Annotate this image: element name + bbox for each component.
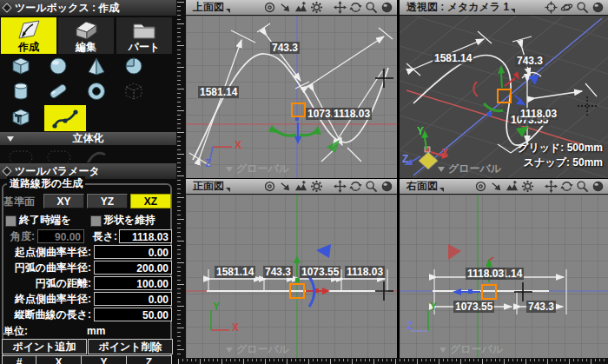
fit-view-icon[interactable] <box>506 180 519 193</box>
viewport-menu-triangle-icon[interactable] <box>511 9 515 13</box>
arc-radius-field[interactable]: 200.00 <box>94 261 172 275</box>
viewport-front-title[interactable]: 正面図 <box>188 179 224 194</box>
unit-label: 単位: <box>3 324 56 339</box>
plane-yz-button[interactable]: YZ <box>87 194 128 208</box>
viewport-menu-triangle-icon[interactable] <box>226 9 230 13</box>
dim-label-743: 743.3 <box>270 42 300 54</box>
rotate-view-icon[interactable] <box>349 1 362 14</box>
tab-create[interactable]: 作成 <box>1 17 56 54</box>
axis-z-label: Z <box>205 157 211 169</box>
remove-point-button[interactable]: ポイント削除 <box>88 339 173 354</box>
primitive-capsule-button[interactable] <box>45 80 71 103</box>
orbit-view-icon[interactable] <box>560 1 573 14</box>
panel-collapse-icon[interactable] <box>2 166 11 175</box>
pen-icon <box>16 19 42 42</box>
viewport-perspective-canvas[interactable]: 1581.14 743.3 1073.55 1118.03 Y X Z グリッド… <box>400 16 608 178</box>
axis-z-label: Z <box>406 320 413 332</box>
primitive-curve-button[interactable] <box>44 105 86 131</box>
zoom-view-icon[interactable] <box>576 1 589 14</box>
viewport-front-canvas[interactable]: 1581.14 743.3 1073.55 1118.03 Y X グローバル <box>186 195 397 358</box>
viewport-right-header: 右面図 <box>400 178 608 195</box>
view-direction-icon[interactable] <box>279 1 292 14</box>
primitive-cube-button[interactable] <box>8 55 34 77</box>
pan-view-icon[interactable] <box>545 180 558 193</box>
pan-view-icon[interactable] <box>334 180 347 193</box>
viewport-front: 正面図 <box>186 178 397 358</box>
section-solidify[interactable]: 立体化 <box>0 132 176 145</box>
viewport-top-title[interactable]: 上面図 <box>188 0 224 15</box>
viewport-perspective-title[interactable]: 透視図 : メタカメラ 1 <box>402 0 509 15</box>
primitive-cylinder-button[interactable] <box>8 80 34 103</box>
zoom-view-icon[interactable] <box>576 180 589 193</box>
shading-mode-icon[interactable] <box>591 1 605 14</box>
tab-create-label: 作成 <box>18 41 39 54</box>
global-dropdown-icon <box>226 347 233 353</box>
primitive-text-button[interactable] <box>8 106 34 129</box>
vertical-curve-field[interactable]: 50.00 <box>94 308 172 321</box>
viewport-right-title[interactable]: 右面図 <box>402 179 438 194</box>
axis-y-label: Y <box>417 125 424 137</box>
add-point-button[interactable]: ポイント追加 <box>2 339 87 354</box>
cube-icon <box>8 55 34 77</box>
viewport-menu-triangle-icon[interactable] <box>439 188 444 192</box>
dim-label-1118: 1118.03 <box>345 266 385 278</box>
vertical-ruler <box>176 0 186 358</box>
global-dropdown-icon <box>438 167 445 172</box>
primitive-torus-button[interactable] <box>83 80 109 103</box>
viewport-menu-triangle-icon[interactable] <box>226 188 230 192</box>
fit-view-icon[interactable] <box>294 180 307 193</box>
rotation-center-icon[interactable] <box>263 180 276 193</box>
zoom-view-icon[interactable] <box>365 1 378 14</box>
keep-shape-checkbox[interactable] <box>90 215 102 227</box>
view-settings-icon[interactable] <box>310 180 323 193</box>
axis-x-label: X <box>441 147 448 159</box>
curve-icon <box>44 105 86 131</box>
end-radius-field[interactable]: 0.00 <box>94 292 172 306</box>
view-direction-icon[interactable] <box>279 180 292 193</box>
length-field[interactable]: 1118.03 <box>119 229 172 243</box>
coordinate-mode-selector[interactable]: グローバル <box>226 342 289 357</box>
shading-mode-icon[interactable] <box>380 180 393 193</box>
end-cap-checkbox[interactable] <box>5 215 17 227</box>
view-settings-icon[interactable] <box>310 1 323 14</box>
coordinate-mode-selector[interactable]: グローバル <box>439 342 503 357</box>
primitive-quarter-sphere-button[interactable] <box>121 55 147 77</box>
primitive-pyramid-button[interactable] <box>83 55 109 77</box>
primitive-sphere-button[interactable] <box>45 55 71 77</box>
shading-mode-icon[interactable] <box>380 1 393 14</box>
viewport-top-canvas[interactable]: 1581.14 743.3 1073.55 1118.03 X Z グローバル <box>186 16 397 178</box>
toolbox-title: ツールボックス : 作成 <box>15 1 119 16</box>
rotation-center-icon[interactable] <box>545 1 558 14</box>
global-label: グローバル <box>448 162 501 176</box>
rotate-view-icon[interactable] <box>560 180 573 193</box>
start-radius-field[interactable]: 0.00 <box>94 245 172 259</box>
view-settings-icon[interactable] <box>521 180 534 193</box>
fit-view-icon[interactable] <box>294 1 307 14</box>
pan-view-icon[interactable] <box>334 1 347 14</box>
viewport-right-canvas[interactable]: 1581.14 1118.03 1073.55 743.3 Y Z グローバル <box>400 195 608 358</box>
rotation-center-icon[interactable] <box>263 1 276 14</box>
arc-distance-label: 円弧の距離: <box>0 276 91 291</box>
toolbox-header: ツールボックス : 作成 <box>0 0 176 16</box>
coordinate-mode-selector[interactable]: グローバル <box>438 162 501 176</box>
remove-point-label: ポイント削除 <box>98 340 162 354</box>
panel-collapse-icon[interactable] <box>2 3 11 12</box>
tab-part[interactable]: パート <box>116 17 172 54</box>
tab-edit[interactable]: 編集 <box>58 17 114 54</box>
rotate-view-icon[interactable] <box>349 180 362 193</box>
grid-size-label: グリッド: 500mm <box>518 141 603 156</box>
shading-mode-icon[interactable] <box>591 180 605 193</box>
quarter-sphere-icon <box>121 55 147 77</box>
view-direction-icon[interactable] <box>490 180 503 193</box>
coordinate-mode-selector[interactable]: グローバル <box>226 162 289 176</box>
dim-label-1581: 1581.14 <box>198 86 239 98</box>
dim-label-743: 743.3 <box>526 301 556 313</box>
axis-y-label: Y <box>213 301 220 313</box>
plane-xy-button[interactable]: XY <box>43 194 84 208</box>
viewport-top-header: 上面図 <box>186 0 397 16</box>
plane-xz-button[interactable]: XZ <box>130 194 171 208</box>
arc-distance-field[interactable]: 100.00 <box>94 276 172 290</box>
zoom-view-icon[interactable] <box>365 180 378 193</box>
capsule-icon <box>45 80 71 103</box>
rotation-center-icon[interactable] <box>474 180 487 193</box>
